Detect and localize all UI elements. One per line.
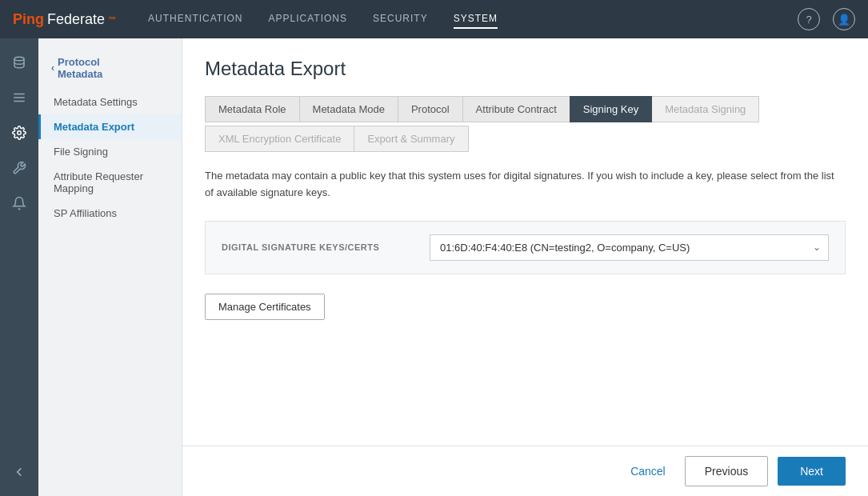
back-chevron-icon: ‹ — [51, 62, 54, 74]
nav-security[interactable]: Security — [373, 10, 428, 29]
left-nav-back-label: ProtocolMetadata — [58, 56, 102, 80]
digital-sig-select[interactable]: 01:6D:40:F4:40:E8 (CN=testing2, O=compan… — [430, 234, 829, 261]
nav-applications[interactable]: Applications — [269, 10, 347, 29]
logo-ping: Ping — [13, 11, 44, 28]
nav-authentication[interactable]: Authentication — [148, 10, 242, 29]
sidebar-item-metadata-settings[interactable]: Metadata Settings — [38, 90, 182, 114]
logo: PingFederate™ — [13, 11, 116, 28]
top-navigation: PingFederate™ Authentication Application… — [0, 0, 868, 38]
sidebar-item-attribute-requester[interactable]: Attribute Requester Mapping — [38, 164, 182, 201]
main-layout: ‹ ProtocolMetadata Metadata Settings Met… — [0, 38, 868, 496]
svg-point-0 — [14, 57, 24, 61]
digital-sig-label: DIGITAL SIGNATURE KEYS/CERTS — [222, 242, 414, 252]
left-nav: ‹ ProtocolMetadata Metadata Settings Met… — [38, 38, 182, 496]
signing-key-description: The metadata may contain a public key th… — [205, 168, 846, 202]
strip-database[interactable] — [5, 48, 34, 77]
tab-export-summary: Export & Summary — [354, 126, 468, 152]
tab-protocol[interactable]: Protocol — [398, 96, 463, 122]
content-area: Metadata Export Metadata Role Metadata M… — [182, 38, 868, 496]
sidebar-item-sp-affiliations[interactable]: SP Affiliations — [38, 201, 182, 226]
digital-sig-select-wrapper: 01:6D:40:F4:40:E8 (CN=testing2, O=compan… — [430, 234, 829, 261]
sidebar-item-metadata-export[interactable]: Metadata Export — [38, 114, 182, 139]
user-button[interactable]: 👤 — [833, 8, 855, 30]
next-button[interactable]: Next — [778, 457, 846, 486]
previous-button[interactable]: Previous — [685, 456, 768, 486]
tab-metadata-signing: Metadata Signing — [651, 96, 759, 122]
page-title: Metadata Export — [205, 58, 846, 80]
strip-settings[interactable] — [5, 118, 34, 147]
tab-xml-encryption: XML Encryption Certificate — [205, 126, 354, 152]
form-section: DIGITAL SIGNATURE KEYS/CERTS 01:6D:40:F4… — [205, 221, 846, 274]
left-nav-back[interactable]: ‹ ProtocolMetadata — [38, 51, 182, 90]
content-inner: Metadata Export Metadata Role Metadata M… — [182, 38, 868, 446]
nav-icons: ? 👤 — [798, 8, 855, 30]
sidebar-item-file-signing[interactable]: File Signing — [38, 139, 182, 164]
nav-system[interactable]: System — [454, 10, 498, 29]
strip-bell[interactable] — [5, 189, 34, 218]
manage-certificates-button[interactable]: Manage Certificates — [205, 294, 325, 320]
digital-sig-row: DIGITAL SIGNATURE KEYS/CERTS 01:6D:40:F4… — [222, 234, 829, 261]
tab-metadata-role[interactable]: Metadata Role — [205, 96, 300, 122]
tab-bar-primary: Metadata Role Metadata Mode Protocol Att… — [205, 96, 846, 122]
logo-federate: Federate — [47, 11, 105, 28]
nav-links: Authentication Applications Security Sys… — [148, 10, 798, 29]
icon-strip — [0, 38, 38, 496]
svg-point-4 — [18, 131, 22, 135]
tab-signing-key[interactable]: Signing Key — [570, 96, 652, 122]
cancel-button[interactable]: Cancel — [621, 458, 675, 484]
strip-list[interactable] — [5, 83, 34, 112]
tab-attribute-contract[interactable]: Attribute Contract — [462, 96, 570, 122]
logo-trademark: ™ — [108, 15, 116, 24]
tab-bar-secondary: XML Encryption Certificate Export & Summ… — [205, 126, 846, 152]
content-footer: Cancel Previous Next — [182, 446, 868, 496]
tab-metadata-mode[interactable]: Metadata Mode — [299, 96, 398, 122]
help-button[interactable]: ? — [798, 8, 820, 30]
strip-tools[interactable] — [5, 154, 34, 182]
strip-arrows[interactable] — [5, 458, 34, 486]
